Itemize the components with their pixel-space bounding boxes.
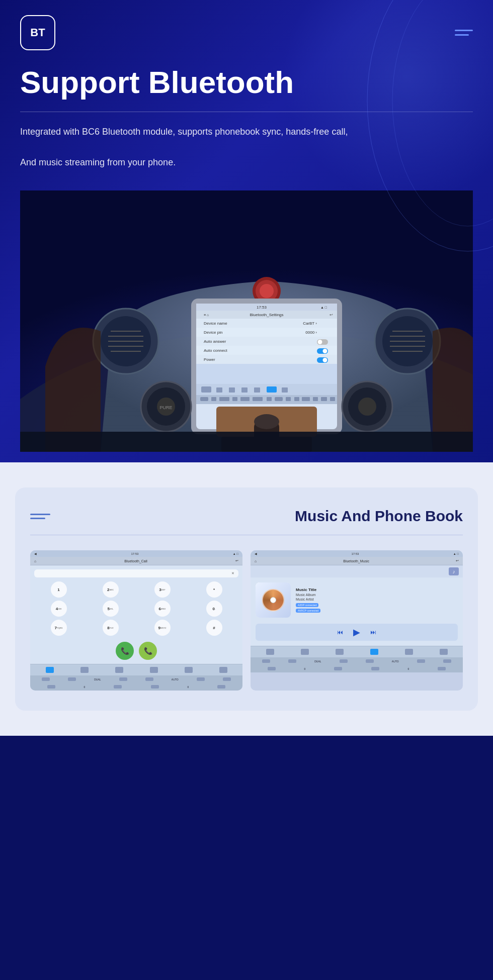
album-art: [256, 582, 291, 618]
svg-text:17:53: 17:53: [257, 305, 267, 310]
music-nav-link[interactable]: [405, 649, 413, 655]
call-nav-apps[interactable]: [46, 667, 54, 673]
music-back-icon: ◀: [255, 552, 257, 555]
svg-rect-56: [200, 397, 208, 401]
svg-rect-42: [196, 355, 337, 364]
music-nav-phone[interactable]: [336, 649, 344, 655]
music-bb-home[interactable]: [262, 659, 270, 663]
dial-btn-7[interactable]: 7PQRS: [51, 620, 67, 636]
dial-btn-3[interactable]: 3DEF: [154, 581, 171, 598]
music-bb2-0b: 0: [408, 667, 409, 670]
call-bb-recycle[interactable]: [145, 677, 153, 681]
call-status-bar: ◀ 17:53 ▲ □: [30, 550, 242, 557]
lower-hamburger-line-1: [30, 514, 50, 515]
music-nav-contacts[interactable]: [301, 649, 309, 655]
music-bb2-vol2[interactable]: [438, 667, 446, 670]
music-bb-power[interactable]: [288, 659, 296, 663]
dial-btn-hash[interactable]: #: [206, 620, 222, 636]
hamburger-line-1: [455, 30, 473, 31]
call-bottom-bar2: 0 0: [30, 683, 242, 691]
music-bb-vol[interactable]: [443, 659, 451, 663]
svg-rect-61: [253, 397, 263, 401]
dial-btn-star[interactable]: *: [206, 581, 222, 598]
call-bb-dual: DUAL: [94, 678, 101, 681]
dial-btn-6[interactable]: 6MNO: [154, 601, 171, 617]
call-bb-vol[interactable]: [223, 677, 231, 681]
svg-point-76: [358, 398, 376, 416]
call-bb-power[interactable]: [68, 677, 76, 681]
svg-rect-57: [211, 397, 216, 401]
dial-btn-9[interactable]: 9WXYZ: [154, 620, 171, 636]
music-bb2-slider[interactable]: [334, 667, 342, 670]
dial-btn-5[interactable]: 5JKL: [103, 601, 119, 617]
call-bb2-vol2[interactable]: [217, 685, 225, 689]
dial-btn-2[interactable]: 2ABC: [103, 581, 119, 598]
call-button[interactable]: 📞: [116, 642, 134, 660]
prev-track-button[interactable]: ⏮: [337, 629, 343, 636]
music-nav-camera[interactable]: [440, 649, 448, 655]
call-bb2-btn[interactable]: [151, 685, 159, 689]
call-bb-arrow[interactable]: [197, 677, 205, 681]
music-title: Music Title: [296, 587, 458, 592]
svg-rect-67: [313, 397, 318, 401]
dial-btn-4[interactable]: 4GHI: [51, 601, 67, 617]
music-note-bar: ♪: [251, 565, 463, 577]
dialer-clear-icon[interactable]: ✕: [231, 571, 234, 575]
svg-rect-64: [286, 397, 291, 401]
phone-screen-music: ◀ 17:53 ▲ □ ⌂ Bluetooth_Music ↩ ♪: [251, 550, 463, 691]
svg-rect-50: [229, 387, 235, 393]
music-bb-recycle[interactable]: [366, 659, 374, 663]
call-nav-link[interactable]: [185, 667, 193, 673]
menu-button[interactable]: [455, 30, 473, 36]
next-track-button[interactable]: ⏭: [370, 629, 376, 636]
call-nav-camera[interactable]: [219, 667, 227, 673]
car-svg: 17:53 ▲ □ ≡ ⌂ Bluetooth_Settings ↩ Devic…: [20, 190, 473, 452]
svg-rect-53: [267, 386, 277, 393]
bt-logo: BT: [20, 15, 55, 50]
call-bb2-slider[interactable]: [114, 685, 122, 689]
svg-text:≡ ⌂: ≡ ⌂: [204, 313, 209, 317]
svg-text:↩: ↩: [330, 313, 333, 317]
redial-button[interactable]: 📞: [139, 642, 157, 660]
call-nav-music[interactable]: [150, 667, 158, 673]
call-bb2-back[interactable]: [47, 685, 55, 689]
music-bb-arrow[interactable]: [417, 659, 425, 663]
music-note-icon[interactable]: ♪: [449, 567, 459, 575]
call-bottom-bar: DUAL AUTO: [30, 675, 242, 683]
call-nav-phone[interactable]: [115, 667, 123, 673]
music-meta: Music Title Music Album Music Artist A2D…: [296, 582, 458, 618]
dial-btn-0[interactable]: 0-: [206, 601, 222, 617]
music-nav-music[interactable]: [370, 649, 378, 655]
svg-rect-66: [302, 397, 310, 401]
call-bb2-0b: 0: [188, 685, 189, 689]
music-content: Music Title Music Album Music Artist A2D…: [251, 577, 463, 646]
svg-rect-46: [196, 364, 337, 384]
music-controls: ⏮ ▶ ⏭: [256, 624, 458, 641]
music-info-area: Music Title Music Album Music Artist A2D…: [256, 582, 458, 618]
call-home-icon: ⌂: [34, 559, 36, 563]
music-bb-snowflake[interactable]: [340, 659, 348, 663]
dial-btn-1[interactable]: 1: [51, 581, 67, 598]
music-status-icons: ▲ □: [453, 552, 459, 555]
call-nav-contacts[interactable]: [80, 667, 89, 673]
music-bb2-btn[interactable]: [371, 667, 379, 670]
music-bb2-back[interactable]: [268, 667, 276, 670]
svg-rect-49: [216, 387, 222, 393]
call-bb-home[interactable]: [42, 677, 50, 681]
music-home-icon: ⌂: [255, 559, 257, 563]
dialer-input-field[interactable]: ✕: [34, 569, 238, 577]
call-back-btn[interactable]: ↩: [235, 559, 238, 563]
play-button[interactable]: ▶: [353, 627, 360, 638]
dial-btn-8[interactable]: 8TUV: [103, 620, 119, 636]
svg-text:Bluetooth_Settings: Bluetooth_Settings: [250, 313, 283, 317]
lower-card: Music And Phone Book ◀ 17:53 ▲ □ ⌂ Bluet…: [15, 487, 478, 711]
music-back-btn[interactable]: ↩: [456, 559, 459, 563]
call-bb-snowflake[interactable]: [119, 677, 127, 681]
music-badges: A2DP connected AVRCP connected: [296, 602, 458, 613]
svg-text:0000  ›: 0000 ›: [305, 330, 317, 335]
phone-screen-call: ◀ 17:53 ▲ □ ⌂ Bluetooth_Call ↩ ✕: [30, 550, 242, 691]
svg-rect-52: [254, 387, 260, 393]
title-divider: [20, 112, 473, 112]
a2dp-badge: A2DP connected: [296, 603, 318, 607]
music-nav-apps[interactable]: [266, 649, 274, 655]
